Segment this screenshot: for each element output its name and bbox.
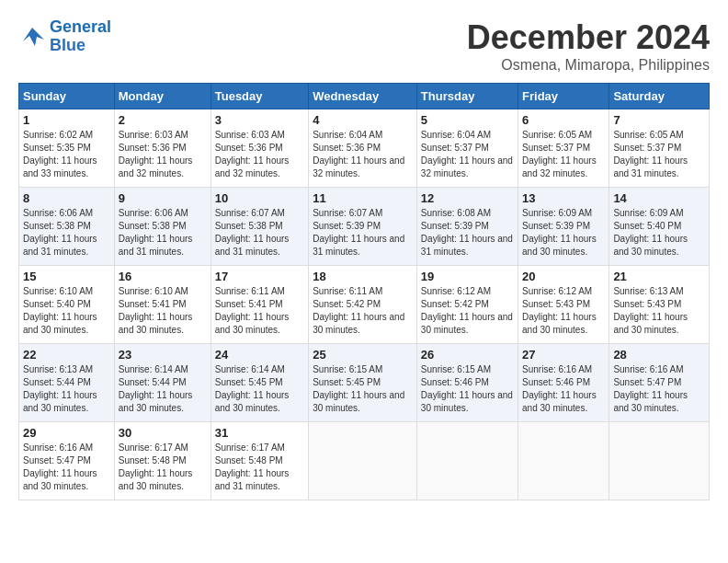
day-info: Sunrise: 6:16 AMSunset: 5:46 PMDaylight:… bbox=[522, 363, 605, 415]
day-info: Sunrise: 6:14 AMSunset: 5:44 PMDaylight:… bbox=[119, 363, 207, 415]
day-number: 23 bbox=[119, 348, 207, 362]
calendar-weekday-header: Friday bbox=[518, 84, 609, 109]
calendar-weekday-header: Monday bbox=[114, 84, 210, 109]
calendar-cell: 29Sunrise: 6:16 AMSunset: 5:47 PMDayligh… bbox=[19, 422, 115, 500]
calendar-cell: 5Sunrise: 6:04 AMSunset: 5:37 PMDaylight… bbox=[416, 109, 518, 188]
day-number: 1 bbox=[23, 113, 110, 127]
calendar-cell: 24Sunrise: 6:14 AMSunset: 5:45 PMDayligh… bbox=[210, 344, 308, 422]
day-info: Sunrise: 6:05 AMSunset: 5:37 PMDaylight:… bbox=[613, 129, 705, 180]
day-number: 20 bbox=[522, 270, 605, 283]
calendar-cell: 26Sunrise: 6:15 AMSunset: 5:46 PMDayligh… bbox=[416, 344, 518, 422]
day-info: Sunrise: 6:09 AMSunset: 5:40 PMDaylight:… bbox=[613, 207, 705, 259]
day-number: 7 bbox=[613, 113, 705, 127]
day-info: Sunrise: 6:12 AMSunset: 5:42 PMDaylight:… bbox=[421, 285, 514, 337]
day-number: 10 bbox=[215, 191, 304, 205]
calendar-cell bbox=[609, 422, 710, 500]
day-number: 18 bbox=[313, 270, 413, 283]
day-number: 29 bbox=[23, 426, 110, 440]
day-number: 14 bbox=[613, 191, 705, 205]
day-number: 28 bbox=[613, 348, 705, 362]
calendar-cell: 10Sunrise: 6:07 AMSunset: 5:38 PMDayligh… bbox=[210, 188, 308, 266]
day-number: 3 bbox=[215, 113, 304, 127]
day-number: 19 bbox=[421, 270, 514, 283]
calendar-cell: 15Sunrise: 6:10 AMSunset: 5:40 PMDayligh… bbox=[19, 266, 115, 344]
day-number: 24 bbox=[215, 348, 304, 362]
logo-bird-icon bbox=[18, 23, 46, 51]
calendar-weekday-header: Thursday bbox=[416, 84, 518, 109]
calendar-week-row: 15Sunrise: 6:10 AMSunset: 5:40 PMDayligh… bbox=[19, 266, 710, 344]
calendar-cell: 12Sunrise: 6:08 AMSunset: 5:39 PMDayligh… bbox=[416, 188, 518, 266]
page-subtitle: Osmena, Mimaropa, Philippines bbox=[467, 57, 710, 74]
day-number: 16 bbox=[119, 270, 207, 283]
day-info: Sunrise: 6:07 AMSunset: 5:38 PMDaylight:… bbox=[215, 207, 304, 259]
calendar-cell: 17Sunrise: 6:11 AMSunset: 5:41 PMDayligh… bbox=[210, 266, 308, 344]
calendar-header: SundayMondayTuesdayWednesdayThursdayFrid… bbox=[19, 84, 710, 109]
calendar-cell: 25Sunrise: 6:15 AMSunset: 5:45 PMDayligh… bbox=[309, 344, 417, 422]
day-number: 21 bbox=[613, 270, 705, 283]
calendar-header-row: SundayMondayTuesdayWednesdayThursdayFrid… bbox=[19, 84, 710, 109]
day-number: 5 bbox=[421, 113, 514, 127]
day-info: Sunrise: 6:10 AMSunset: 5:40 PMDaylight:… bbox=[23, 285, 110, 337]
calendar-cell: 2Sunrise: 6:03 AMSunset: 5:36 PMDaylight… bbox=[114, 109, 210, 188]
day-info: Sunrise: 6:09 AMSunset: 5:39 PMDaylight:… bbox=[522, 207, 605, 259]
calendar-cell: 16Sunrise: 6:10 AMSunset: 5:41 PMDayligh… bbox=[114, 266, 210, 344]
day-info: Sunrise: 6:11 AMSunset: 5:41 PMDaylight:… bbox=[215, 285, 304, 337]
day-info: Sunrise: 6:07 AMSunset: 5:39 PMDaylight:… bbox=[313, 207, 413, 259]
day-number: 11 bbox=[313, 191, 413, 205]
calendar-weekday-header: Sunday bbox=[19, 84, 115, 109]
calendar-cell: 28Sunrise: 6:16 AMSunset: 5:47 PMDayligh… bbox=[609, 344, 710, 422]
day-number: 31 bbox=[215, 426, 304, 440]
page-header: General Blue December 2024 Osmena, Mimar… bbox=[18, 18, 710, 74]
calendar-cell: 31Sunrise: 6:17 AMSunset: 5:48 PMDayligh… bbox=[210, 422, 308, 500]
day-info: Sunrise: 6:13 AMSunset: 5:43 PMDaylight:… bbox=[613, 285, 705, 337]
day-info: Sunrise: 6:08 AMSunset: 5:39 PMDaylight:… bbox=[421, 207, 514, 259]
calendar-cell: 11Sunrise: 6:07 AMSunset: 5:39 PMDayligh… bbox=[309, 188, 417, 266]
day-info: Sunrise: 6:16 AMSunset: 5:47 PMDaylight:… bbox=[613, 363, 705, 415]
day-info: Sunrise: 6:17 AMSunset: 5:48 PMDaylight:… bbox=[215, 442, 304, 493]
day-number: 27 bbox=[522, 348, 605, 362]
calendar-cell: 13Sunrise: 6:09 AMSunset: 5:39 PMDayligh… bbox=[518, 188, 609, 266]
calendar-cell: 4Sunrise: 6:04 AMSunset: 5:36 PMDaylight… bbox=[309, 109, 417, 188]
day-info: Sunrise: 6:15 AMSunset: 5:45 PMDaylight:… bbox=[313, 363, 413, 415]
calendar-cell bbox=[518, 422, 609, 500]
calendar-cell: 18Sunrise: 6:11 AMSunset: 5:42 PMDayligh… bbox=[309, 266, 417, 344]
calendar-cell: 14Sunrise: 6:09 AMSunset: 5:40 PMDayligh… bbox=[609, 188, 710, 266]
day-info: Sunrise: 6:13 AMSunset: 5:44 PMDaylight:… bbox=[23, 363, 110, 415]
day-number: 25 bbox=[313, 348, 413, 362]
day-info: Sunrise: 6:11 AMSunset: 5:42 PMDaylight:… bbox=[313, 285, 413, 337]
calendar-cell: 22Sunrise: 6:13 AMSunset: 5:44 PMDayligh… bbox=[19, 344, 115, 422]
day-number: 4 bbox=[313, 113, 413, 127]
svg-marker-0 bbox=[23, 28, 44, 46]
day-number: 2 bbox=[119, 113, 207, 127]
logo: General Blue bbox=[18, 18, 111, 55]
day-number: 30 bbox=[119, 426, 207, 440]
calendar-weekday-header: Saturday bbox=[609, 84, 710, 109]
calendar-weekday-header: Wednesday bbox=[309, 84, 417, 109]
calendar-cell: 23Sunrise: 6:14 AMSunset: 5:44 PMDayligh… bbox=[114, 344, 210, 422]
day-number: 12 bbox=[421, 191, 514, 205]
day-number: 8 bbox=[23, 191, 110, 205]
calendar-cell: 20Sunrise: 6:12 AMSunset: 5:43 PMDayligh… bbox=[518, 266, 609, 344]
day-info: Sunrise: 6:12 AMSunset: 5:43 PMDaylight:… bbox=[522, 285, 605, 337]
calendar-table: SundayMondayTuesdayWednesdayThursdayFrid… bbox=[18, 83, 710, 500]
calendar-cell: 27Sunrise: 6:16 AMSunset: 5:46 PMDayligh… bbox=[518, 344, 609, 422]
calendar-cell: 1Sunrise: 6:02 AMSunset: 5:35 PMDaylight… bbox=[19, 109, 115, 188]
calendar-weekday-header: Tuesday bbox=[210, 84, 308, 109]
day-info: Sunrise: 6:16 AMSunset: 5:47 PMDaylight:… bbox=[23, 442, 110, 493]
day-number: 15 bbox=[23, 270, 110, 283]
day-info: Sunrise: 6:04 AMSunset: 5:36 PMDaylight:… bbox=[313, 129, 413, 180]
day-number: 9 bbox=[119, 191, 207, 205]
calendar-cell: 19Sunrise: 6:12 AMSunset: 5:42 PMDayligh… bbox=[416, 266, 518, 344]
calendar-cell bbox=[416, 422, 518, 500]
title-block: December 2024 Osmena, Mimaropa, Philippi… bbox=[467, 18, 710, 74]
day-number: 6 bbox=[522, 113, 605, 127]
calendar-week-row: 8Sunrise: 6:06 AMSunset: 5:38 PMDaylight… bbox=[19, 188, 710, 266]
day-info: Sunrise: 6:02 AMSunset: 5:35 PMDaylight:… bbox=[23, 129, 110, 180]
calendar-cell bbox=[309, 422, 417, 500]
day-number: 22 bbox=[23, 348, 110, 362]
day-info: Sunrise: 6:04 AMSunset: 5:37 PMDaylight:… bbox=[421, 129, 514, 180]
day-info: Sunrise: 6:15 AMSunset: 5:46 PMDaylight:… bbox=[421, 363, 514, 415]
calendar-cell: 3Sunrise: 6:03 AMSunset: 5:36 PMDaylight… bbox=[210, 109, 308, 188]
logo-text: General Blue bbox=[50, 18, 111, 55]
day-number: 17 bbox=[215, 270, 304, 283]
